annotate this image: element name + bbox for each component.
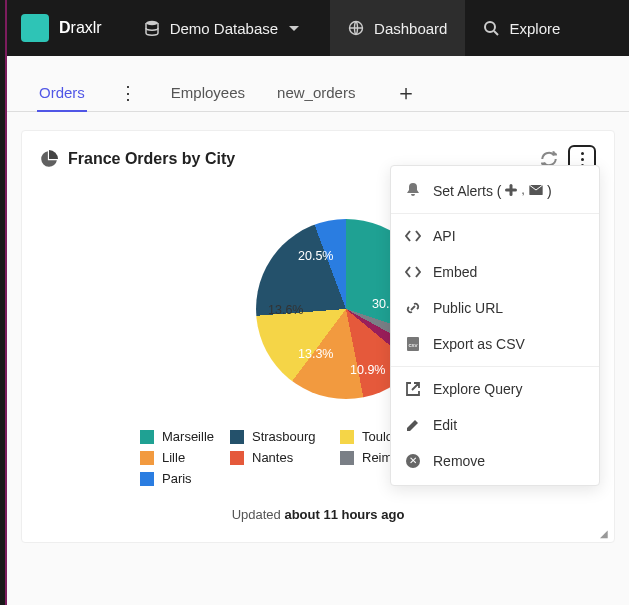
page: Orders ⋮ Employees new_orders ＋ France O… bbox=[7, 56, 629, 605]
topbar: Draxlr Demo Database Dashboard Explore bbox=[7, 0, 629, 56]
pie-chart-icon bbox=[40, 150, 58, 168]
svg-point-2 bbox=[485, 22, 495, 32]
menu-export-csv[interactable]: csv Export as CSV bbox=[391, 326, 599, 362]
pencil-icon bbox=[405, 417, 421, 433]
slack-icon bbox=[505, 184, 517, 196]
nav-database-label: Demo Database bbox=[170, 20, 278, 37]
menu-remove[interactable]: ✕ Remove bbox=[391, 443, 599, 479]
brand-name: Draxlr bbox=[59, 19, 102, 37]
card-menu-dropdown: Set Alerts ( , ) API Embed bbox=[390, 165, 600, 486]
menu-set-alerts-label: Set Alerts ( , ) bbox=[433, 182, 552, 199]
search-icon bbox=[483, 20, 499, 36]
menu-separator bbox=[391, 213, 599, 214]
menu-edit[interactable]: Edit bbox=[391, 407, 599, 443]
tab-orders-kebab[interactable]: ⋮ bbox=[115, 82, 141, 104]
resize-handle[interactable]: ◢ bbox=[600, 528, 612, 540]
svg-text:csv: csv bbox=[409, 342, 418, 348]
chevron-down-icon bbox=[286, 20, 302, 36]
external-link-icon bbox=[405, 381, 421, 397]
mail-icon bbox=[529, 185, 543, 195]
legend-item-marseille: Marseille bbox=[140, 429, 230, 444]
nav-dashboard[interactable]: Dashboard bbox=[330, 0, 465, 56]
menu-public-url-label: Public URL bbox=[433, 300, 503, 316]
database-icon bbox=[144, 20, 160, 36]
menu-public-url[interactable]: Public URL bbox=[391, 290, 599, 326]
csv-icon: csv bbox=[405, 336, 421, 352]
menu-set-alerts[interactable]: Set Alerts ( , ) bbox=[391, 172, 599, 209]
tab-orders[interactable]: Orders bbox=[37, 74, 87, 111]
remove-icon: ✕ bbox=[405, 453, 421, 469]
menu-export-csv-label: Export as CSV bbox=[433, 336, 525, 352]
slice-label-lille: 13.3% bbox=[298, 347, 333, 361]
legend-item-strasbourg: Strasbourg bbox=[230, 429, 340, 444]
app-logo bbox=[21, 14, 49, 42]
menu-explore-query[interactable]: Explore Query bbox=[391, 371, 599, 407]
menu-explore-query-label: Explore Query bbox=[433, 381, 522, 397]
dashboard-tabs: Orders ⋮ Employees new_orders ＋ bbox=[7, 56, 629, 111]
card-title: France Orders by City bbox=[68, 150, 235, 168]
tabs-underline bbox=[7, 111, 629, 112]
svg-rect-4 bbox=[505, 188, 517, 191]
svg-point-0 bbox=[146, 21, 158, 25]
nav-dashboard-label: Dashboard bbox=[374, 20, 447, 37]
nav-explore[interactable]: Explore bbox=[465, 0, 578, 56]
tab-new-orders[interactable]: new_orders bbox=[275, 74, 357, 111]
globe-icon bbox=[348, 20, 364, 36]
slice-label-nantes: 10.9% bbox=[350, 363, 385, 377]
bell-icon bbox=[405, 182, 421, 198]
updated-footer: Updated about 11 hours ago bbox=[40, 507, 596, 532]
os-left-strip bbox=[0, 0, 7, 605]
tab-employees[interactable]: Employees bbox=[169, 74, 247, 111]
legend-item-lille: Lille bbox=[140, 450, 230, 465]
menu-remove-label: Remove bbox=[433, 453, 485, 469]
menu-edit-label: Edit bbox=[433, 417, 457, 433]
link-icon bbox=[405, 300, 421, 316]
menu-api-label: API bbox=[433, 228, 456, 244]
nav-database[interactable]: Demo Database bbox=[126, 0, 330, 56]
nav-explore-label: Explore bbox=[509, 20, 560, 37]
menu-api[interactable]: API bbox=[391, 218, 599, 254]
legend-item-paris: Paris bbox=[140, 471, 230, 486]
slice-label-strasbourg: 20.5% bbox=[298, 249, 333, 263]
menu-separator bbox=[391, 366, 599, 367]
menu-embed-label: Embed bbox=[433, 264, 477, 280]
tab-add[interactable]: ＋ bbox=[389, 78, 423, 108]
menu-embed[interactable]: Embed bbox=[391, 254, 599, 290]
code-icon bbox=[405, 228, 421, 244]
chart-card: France Orders by City 30.1% 20.5% 13.6% … bbox=[21, 130, 615, 543]
slice-label-toulouse: 13.6% bbox=[268, 303, 303, 317]
embed-icon bbox=[405, 264, 421, 280]
legend-item-nantes: Nantes bbox=[230, 450, 340, 465]
